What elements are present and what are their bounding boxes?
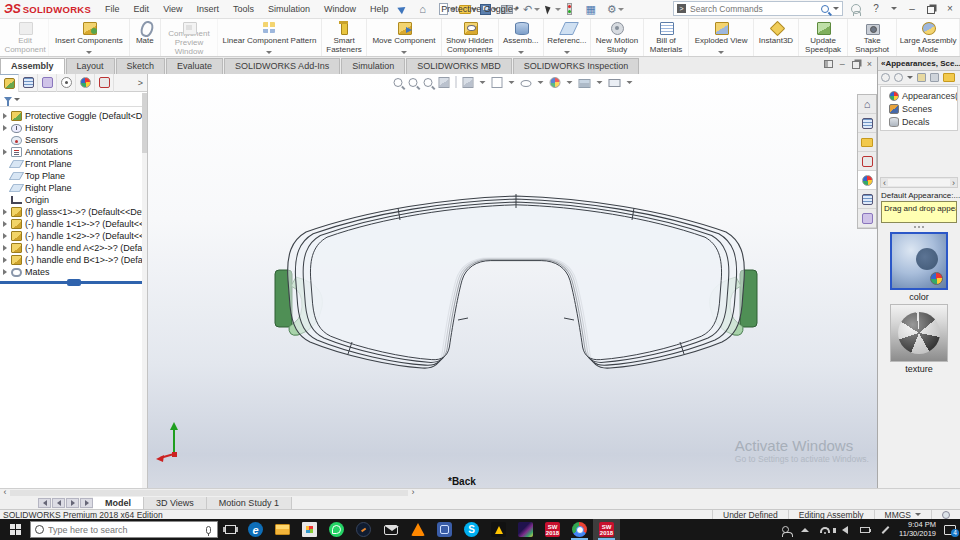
menu-file[interactable]: File: [105, 4, 120, 14]
search-icon[interactable]: [821, 5, 829, 13]
decals-node[interactable]: Decals: [881, 115, 957, 128]
taskbar-chrome[interactable]: [566, 519, 593, 540]
taskbar-whatsapp[interactable]: [323, 519, 350, 540]
taskpane-hscrollbar[interactable]: ‹ ›: [880, 177, 958, 188]
taskbar-search-input[interactable]: [48, 525, 202, 535]
taskbar-art-app[interactable]: [512, 519, 539, 540]
appearances-node[interactable]: Appearances(color): [881, 89, 957, 102]
tree-filter-row[interactable]: [0, 92, 147, 107]
tree-scrollbar[interactable]: [142, 93, 147, 488]
tree-row-handle1-2[interactable]: (-) handle 1<2>->? (Default<<Defa: [0, 230, 147, 242]
options-gear-icon[interactable]: ⚙: [605, 2, 619, 16]
restore-button[interactable]: [927, 6, 935, 14]
large-assembly-mode-button[interactable]: Large Assembly Mode: [897, 19, 960, 56]
taskbar-vlc[interactable]: [404, 519, 431, 540]
propertymanager-tab[interactable]: [19, 74, 38, 92]
command-search[interactable]: >: [673, 1, 843, 16]
tab-sketch[interactable]: Sketch: [116, 58, 166, 74]
tree-row-handle-end-a[interactable]: (-) handle end A<2>->? (Default<<: [0, 242, 147, 254]
doc-restore-button[interactable]: [852, 61, 860, 69]
browse-folder-icon[interactable]: [943, 73, 955, 82]
taskbar-clock[interactable]: 9:04 PM 11/30/2019: [899, 521, 936, 538]
tree-row-handle1-1[interactable]: (-) handle 1<1>->? (Default<<Defa: [0, 218, 147, 230]
view-palette-tab[interactable]: [858, 152, 876, 171]
menu-window[interactable]: Window: [324, 4, 356, 14]
graphics-viewport[interactable]: *Back Activate Windows Go to Settings to…: [148, 74, 877, 488]
taskbar-store[interactable]: [296, 519, 323, 540]
tree-row-top-plane[interactable]: Top Plane: [0, 170, 147, 182]
appearance-thumb-texture[interactable]: texture: [888, 304, 950, 374]
custom-properties-tab[interactable]: [858, 190, 876, 209]
home-icon[interactable]: ⌂: [416, 2, 430, 16]
assembly-features-button[interactable]: Assemb...: [499, 19, 544, 56]
tree-row-right-plane[interactable]: Right Plane: [0, 182, 147, 194]
tree-row-handle-end-b[interactable]: (-) handle end B<1>->? (Default<<: [0, 254, 147, 266]
tree-row-mates[interactable]: Mates: [0, 266, 147, 278]
people-icon[interactable]: [779, 524, 791, 536]
reference-geometry-button[interactable]: Referenc...: [544, 19, 591, 56]
new-motion-study-button[interactable]: New Motion Study: [591, 19, 644, 56]
tab-3d-views[interactable]: 3D Views: [144, 497, 207, 509]
close-button[interactable]: ×: [943, 3, 957, 14]
scenes-node[interactable]: Scenes: [881, 102, 957, 115]
taskbar-triangle-app[interactable]: [485, 519, 512, 540]
forum-tab[interactable]: [858, 209, 876, 228]
taskbar-mail[interactable]: [377, 519, 404, 540]
notification-center-icon[interactable]: 4: [944, 524, 956, 536]
print-icon[interactable]: [500, 2, 514, 16]
tab-motion-study-1[interactable]: Motion Study 1: [207, 497, 292, 509]
update-speedpak-button[interactable]: Update Speedpak: [799, 19, 848, 56]
microphone-icon[interactable]: [206, 526, 211, 534]
taskbar-search[interactable]: [30, 521, 218, 538]
units-selector[interactable]: MMGS: [874, 510, 931, 519]
featuremanager-tree-tab[interactable]: [0, 74, 19, 92]
mate-button[interactable]: Mate: [130, 19, 161, 56]
display-settings-icon[interactable]: ▦: [584, 2, 598, 16]
tab-solidworks-add-ins[interactable]: SOLIDWORKS Add-Ins: [224, 58, 340, 74]
volume-icon[interactable]: [839, 524, 851, 536]
goggle-model[interactable]: [148, 74, 877, 488]
task-view-button[interactable]: [218, 519, 242, 540]
tags-cell[interactable]: [931, 510, 960, 519]
doc-minimize-button[interactable]: –: [840, 59, 845, 69]
help-caret-icon[interactable]: [891, 7, 897, 10]
texture-appearance-preview[interactable]: [890, 304, 948, 362]
bill-of-materials-button[interactable]: Bill of Materials: [644, 19, 689, 56]
tab-solidworks-mbd[interactable]: SOLIDWORKS MBD: [406, 58, 512, 74]
tab-solidworks-inspection[interactable]: SOLIDWORKS Inspection: [513, 58, 640, 74]
tree-row-sensors[interactable]: Sensors: [0, 134, 147, 146]
tree-row-annotations[interactable]: Annotations: [0, 146, 147, 158]
history-caret-icon[interactable]: [907, 76, 913, 79]
appearances-scenes-tab[interactable]: [858, 171, 876, 190]
solidworks-resources-tab[interactable]: ⌂: [858, 95, 876, 114]
tree-row-front-plane[interactable]: Front Plane: [0, 158, 147, 170]
hscroll-left-icon[interactable]: ‹: [0, 488, 10, 497]
hscroll-track[interactable]: [10, 490, 408, 496]
file-explorer-tab[interactable]: [858, 133, 876, 152]
open-icon[interactable]: [458, 2, 472, 16]
new-document-icon[interactable]: [437, 2, 451, 16]
taskbar-edge[interactable]: e: [242, 519, 269, 540]
hscroll-right-icon[interactable]: ›: [408, 488, 418, 497]
undo-icon[interactable]: ↶: [521, 2, 535, 16]
tab-scroll-buttons[interactable]: [38, 498, 93, 508]
taskbar-speedtest[interactable]: [350, 519, 377, 540]
menu-view[interactable]: View: [163, 4, 182, 14]
tab-evaluate[interactable]: Evaluate: [166, 58, 223, 74]
menu-tools[interactable]: Tools: [233, 4, 254, 14]
tab-simulation[interactable]: Simulation: [341, 58, 405, 74]
menu-simulation[interactable]: Simulation: [268, 4, 310, 14]
appearance-thumb-color[interactable]: color: [888, 232, 950, 302]
color-appearance-preview[interactable]: [890, 232, 948, 290]
linear-component-pattern-button[interactable]: Linear Component Pattern: [218, 19, 322, 56]
tree-row-origin[interactable]: Origin: [0, 194, 147, 206]
minimize-button[interactable]: –: [905, 3, 919, 14]
wifi-icon[interactable]: [819, 524, 831, 536]
rollback-bar[interactable]: [0, 281, 147, 284]
taskpane-header[interactable]: «Appearances, Sce...: [878, 57, 960, 71]
menu-insert[interactable]: Insert: [196, 4, 219, 14]
taskbar-skype[interactable]: S: [458, 519, 485, 540]
taskbar-solidworks[interactable]: SW2018: [539, 519, 566, 540]
pen-icon[interactable]: [879, 524, 891, 536]
taskbar-solidworks-active[interactable]: SW2018: [593, 519, 620, 540]
